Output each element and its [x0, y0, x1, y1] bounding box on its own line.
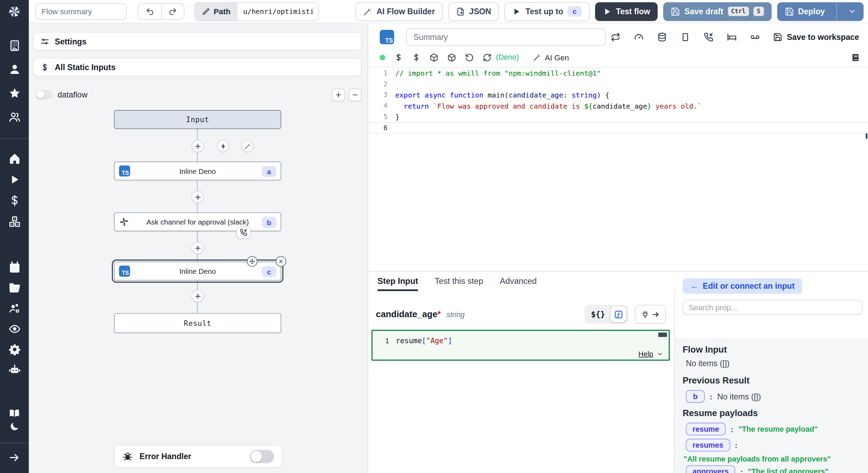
- prop-badge-approvers[interactable]: approvers: [686, 465, 735, 473]
- step-detail-section: Step InputTest this stepAdvanced candida…: [369, 271, 868, 473]
- code-line[interactable]: 3export async function main(candidate_ag…: [369, 90, 868, 101]
- sidebar-expand-button[interactable]: [0, 451, 29, 464]
- code-editor[interactable]: 1// import * as wmill from "npm:windmill…: [369, 68, 868, 271]
- move-node-button[interactable]: [247, 256, 257, 267]
- expression-code: resume["Age"]: [389, 336, 452, 345]
- ai-gen-button[interactable]: AI Gen: [533, 53, 569, 62]
- variables-icon[interactable]: [394, 53, 403, 62]
- path-label[interactable]: Path: [195, 2, 237, 20]
- sleep-bed-icon[interactable]: [727, 32, 737, 42]
- tab-advanced[interactable]: Advanced: [500, 272, 537, 291]
- moon-icon[interactable]: [9, 421, 20, 432]
- resume-payloads-section: Resume payloads resume : "The resume pay…: [683, 408, 860, 473]
- test-up-to-button[interactable]: Test up to c: [504, 2, 590, 21]
- bot-icon[interactable]: [8, 364, 21, 377]
- error-handler-card[interactable]: Error Handler: [114, 445, 282, 467]
- ai-flow-builder-button[interactable]: AI Flow Builder: [356, 2, 443, 21]
- deploy-button[interactable]: Deploy: [777, 2, 863, 21]
- package-icon[interactable]: [429, 53, 439, 62]
- code-line[interactable]: 4 return `Flow was approved and candidat…: [369, 101, 868, 111]
- search-prop-input[interactable]: [683, 300, 862, 315]
- deno-runtime-label[interactable]: (Deno): [496, 53, 519, 61]
- expression-help[interactable]: Help: [639, 350, 663, 358]
- insert-step-button[interactable]: [192, 290, 204, 302]
- refresh-icon[interactable]: [483, 53, 492, 62]
- redo-button[interactable]: [161, 3, 184, 19]
- deploy-dropdown[interactable]: [841, 7, 863, 16]
- insert-step-button[interactable]: [192, 191, 204, 203]
- expression-scrollbar[interactable]: [658, 332, 667, 337]
- typescript-icon: TS: [119, 265, 130, 277]
- retry-icon[interactable]: [611, 32, 621, 42]
- save-draft-button[interactable]: Save draft Ctrl S: [663, 2, 771, 21]
- graph-node-a[interactable]: TS Inline Deno a: [114, 162, 281, 180]
- boxes-icon[interactable]: [8, 215, 21, 228]
- undo-button[interactable]: [139, 3, 161, 19]
- path-input[interactable]: [238, 2, 319, 20]
- connect-input-button[interactable]: [635, 305, 666, 324]
- code-line[interactable]: 1// import * as wmill from "npm:windmill…: [369, 68, 868, 79]
- ai-step-button[interactable]: [241, 140, 253, 152]
- expression-editor[interactable]: 1 resume["Age"] Help: [372, 330, 670, 361]
- graph-node-input[interactable]: Input: [114, 110, 281, 129]
- lifetime-voicemail-icon[interactable]: [750, 32, 760, 42]
- json-label: JSON: [469, 7, 491, 16]
- template-string-option[interactable]: ${}: [591, 310, 605, 319]
- json-button[interactable]: JSON: [448, 2, 499, 21]
- test-flow-button[interactable]: Test flow: [595, 2, 658, 21]
- concurrency-gauge-icon[interactable]: [634, 32, 644, 42]
- star-icon[interactable]: [8, 87, 21, 100]
- tab-step-input[interactable]: Step Input: [377, 272, 418, 291]
- error-handler-toggle[interactable]: [250, 450, 274, 463]
- graph-node-c-selected[interactable]: TS Inline Deno c: [114, 262, 281, 280]
- home-icon[interactable]: [8, 152, 21, 165]
- tab-test-this-step[interactable]: Test this step: [435, 272, 483, 291]
- previous-result-value: No items ([]): [717, 392, 761, 401]
- javascript-mode-selected[interactable]: [611, 306, 626, 322]
- delete-node-button[interactable]: [276, 256, 286, 267]
- prop-badge-resumes[interactable]: resumes: [686, 439, 730, 451]
- users-icon[interactable]: [8, 111, 21, 124]
- play-icon[interactable]: [8, 173, 21, 186]
- step-summary-input[interactable]: [406, 28, 606, 46]
- code-token: // import * as wmill from "npm:windmill-…: [395, 69, 601, 77]
- dependencies-icon[interactable]: [447, 53, 456, 62]
- code-line[interactable]: 6: [369, 123, 868, 133]
- help-link[interactable]: Help: [639, 350, 653, 358]
- trigger-button[interactable]: [217, 140, 229, 152]
- edit-or-connect-button[interactable]: ← Edit or connect an input: [683, 278, 802, 294]
- suspend-approval-chip[interactable]: [236, 226, 251, 238]
- eye-icon[interactable]: [8, 323, 21, 336]
- calendar-icon[interactable]: [8, 261, 21, 274]
- prop-badge-resume[interactable]: resume: [686, 423, 726, 436]
- folder-icon[interactable]: [8, 282, 21, 295]
- prop-badge-b[interactable]: b: [686, 390, 704, 403]
- library-book-icon[interactable]: [851, 53, 860, 62]
- deploy-main[interactable]: Deploy: [778, 7, 832, 16]
- static-variables-icon[interactable]: [412, 53, 421, 62]
- cache-database-icon[interactable]: [657, 32, 667, 42]
- save-to-workspace-button[interactable]: Save to workspace: [774, 33, 859, 42]
- book-open-icon[interactable]: [9, 408, 20, 419]
- dollar-icon[interactable]: [8, 194, 21, 207]
- code-line[interactable]: 5}: [369, 112, 868, 123]
- reset-icon[interactable]: [465, 53, 474, 62]
- user-icon[interactable]: [8, 63, 21, 76]
- code-token: :: [563, 91, 571, 99]
- bug-icon: [122, 451, 133, 462]
- flow-summary-input[interactable]: [35, 3, 127, 20]
- mock-square-icon[interactable]: [681, 32, 691, 42]
- graph-node-b[interactable]: Ask channel for approval (slack) b: [114, 212, 281, 231]
- suspend-phone-icon[interactable]: [704, 32, 714, 42]
- users-cog-icon[interactable]: [8, 302, 21, 315]
- code-line[interactable]: 2: [369, 79, 868, 90]
- windmill-logo[interactable]: [0, 4, 29, 19]
- file-export-icon: [456, 7, 465, 16]
- prop-picker-panel: ← Edit or connect an input Flow Input No…: [675, 272, 868, 473]
- insert-step-button[interactable]: [192, 242, 204, 254]
- code-token: }: [647, 102, 651, 110]
- graph-node-result[interactable]: Result: [114, 313, 281, 333]
- insert-step-button[interactable]: [192, 140, 204, 152]
- building-icon[interactable]: [8, 39, 21, 52]
- gear-icon[interactable]: [8, 343, 21, 356]
